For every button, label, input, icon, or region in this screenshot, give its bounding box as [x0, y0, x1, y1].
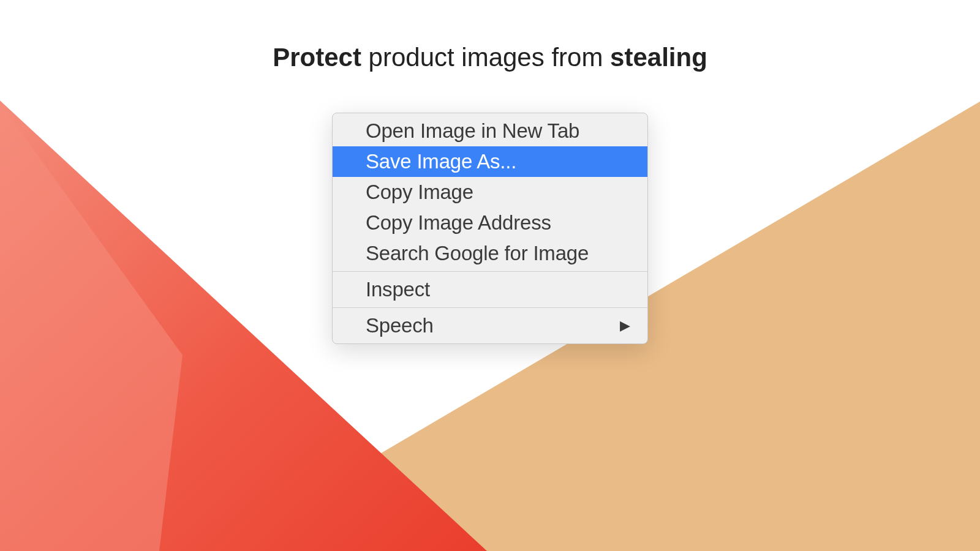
svg-marker-2 [0, 95, 183, 551]
menu-item-label: Inspect [366, 278, 430, 301]
submenu-arrow-icon: ▶ [620, 318, 630, 334]
menu-item-inspect[interactable]: Inspect [333, 274, 647, 305]
menu-item-label: Search Google for Image [366, 242, 589, 265]
menu-item-label: Copy Image Address [366, 211, 551, 234]
menu-item-label: Copy Image [366, 181, 473, 204]
menu-group-1: Open Image in New Tab Save Image As... C… [333, 113, 647, 271]
heading-strong-1: Protect [273, 43, 361, 72]
menu-item-save-image-as[interactable]: Save Image As... [333, 146, 647, 177]
menu-item-open-image-new-tab[interactable]: Open Image in New Tab [333, 116, 647, 146]
menu-item-search-google-image[interactable]: Search Google for Image [333, 238, 647, 269]
menu-item-copy-image[interactable]: Copy Image [333, 177, 647, 208]
page-title: Protect product images from stealing [273, 43, 707, 72]
menu-item-label: Open Image in New Tab [366, 119, 579, 143]
context-menu: Open Image in New Tab Save Image As... C… [332, 113, 648, 344]
menu-item-label: Speech [366, 314, 434, 337]
menu-item-label: Save Image As... [366, 150, 516, 173]
heading-strong-2: stealing [610, 43, 707, 72]
menu-group-3: Speech ▶ [333, 308, 647, 343]
heading-middle: product images from [361, 43, 610, 72]
menu-item-copy-image-address[interactable]: Copy Image Address [333, 208, 647, 238]
menu-item-speech[interactable]: Speech ▶ [333, 310, 647, 341]
menu-group-2: Inspect [333, 272, 647, 307]
